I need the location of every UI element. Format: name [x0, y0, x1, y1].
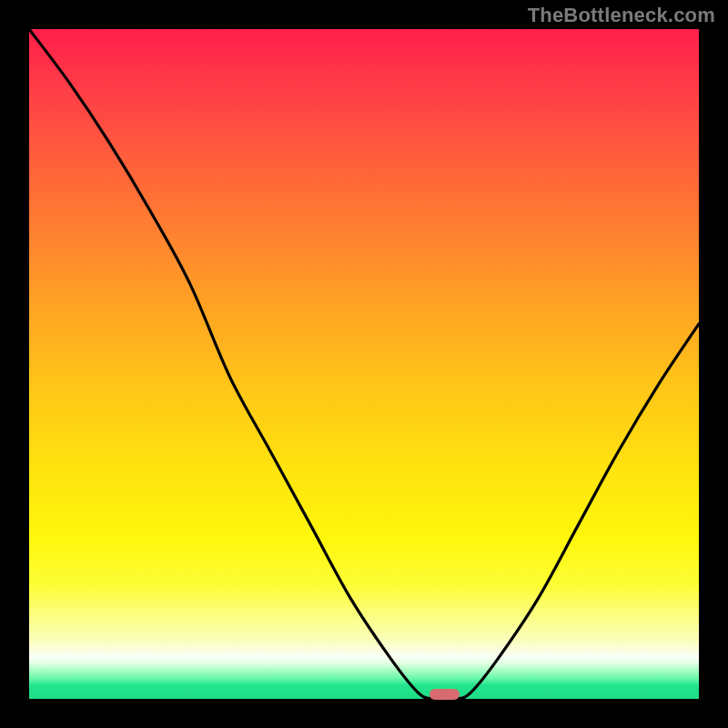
- watermark-text: TheBottleneck.com: [528, 4, 715, 27]
- optimal-marker: [430, 689, 460, 700]
- chart-frame: TheBottleneck.com: [0, 0, 728, 728]
- bottleneck-curve: [29, 29, 699, 699]
- plot-area: [29, 29, 699, 699]
